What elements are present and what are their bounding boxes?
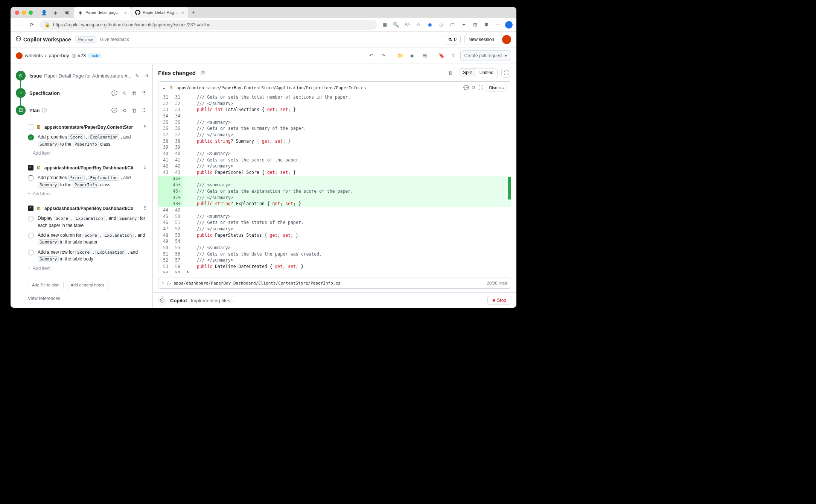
trash-icon[interactable]: 🗑 xyxy=(131,107,137,114)
font-icon[interactable]: Aᴬ xyxy=(403,21,411,29)
diff-line[interactable]: 54 59 } xyxy=(158,270,511,274)
diff-line[interactable]: 46+ /// Gets or sets the explanation for… xyxy=(158,188,511,195)
diff-file-path[interactable]: apps/dashboard/PaperBoy.Dashboard/Client… xyxy=(174,281,484,286)
diff-line[interactable]: 51 56 /// Gets or sets the date the pape… xyxy=(158,251,511,257)
comment-icon[interactable]: 💬 xyxy=(463,85,469,90)
diff-line[interactable]: 47+ /// </summary> xyxy=(158,195,511,201)
app-logo[interactable]: Copilot Workspace xyxy=(16,36,71,43)
diff-line[interactable]: 36 36 /// Gets or sets the summary of th… xyxy=(158,125,511,132)
diff-line[interactable]: 42 42 /// </summary> xyxy=(158,163,511,169)
plan-task[interactable]: Add properties Score , Explanation , and… xyxy=(28,173,147,190)
plan-file-header[interactable]: 🗎 apps/dashboard/PaperBoy.Dashboard/Co ⠿ xyxy=(28,203,147,213)
more-icon[interactable]: ⋯ xyxy=(494,21,501,29)
drag-handle-icon[interactable]: ⠿ xyxy=(143,206,147,211)
diff-line[interactable]: 49 54 xyxy=(158,238,511,245)
feedback-link[interactable]: Give feedback xyxy=(100,37,129,42)
diff-line[interactable]: 46 51 /// Gets or sets the status of the… xyxy=(158,219,511,226)
share-icon[interactable]: ⇪ xyxy=(450,52,457,59)
diff-line[interactable]: 48 53 public PaperStatus Status { get; s… xyxy=(158,232,511,239)
timeline-spec[interactable]: ≡ Specification 💬 ⟲ 🗑 ⠿ xyxy=(11,84,152,102)
puzzle-icon[interactable]: ✦ xyxy=(460,21,467,29)
diff-line[interactable]: 47 52 /// </summary> xyxy=(158,226,511,232)
bookmark-icon[interactable]: 🔖 xyxy=(438,52,445,59)
chevron-right-icon[interactable]: › xyxy=(162,280,164,286)
pencil-icon[interactable]: ✎ xyxy=(134,72,140,79)
sessions-button[interactable]: ⚗ 0 xyxy=(444,35,461,44)
diff-line[interactable]: 48+ public string? Explanation { get; se… xyxy=(158,201,511,207)
diff-line[interactable]: 45 50 /// <summary> xyxy=(158,213,511,220)
apps-icon[interactable]: ▦ xyxy=(381,21,388,29)
stop-button[interactable]: ■ Stop xyxy=(487,296,511,305)
file-checkbox[interactable] xyxy=(28,124,33,130)
timeline-issue[interactable]: ⊙ Issue Paper Detail Page for Administra… xyxy=(11,67,152,84)
view-references-link[interactable]: View references xyxy=(28,292,147,305)
file-checkbox[interactable] xyxy=(28,206,33,211)
browser-tab-active[interactable]: ◉ Paper detail page · Copilot W... × xyxy=(74,7,131,18)
plan-task[interactable]: Add a new column for Score , Explanation… xyxy=(28,230,147,247)
diff-line[interactable]: 37 37 /// </summary> xyxy=(158,132,511,138)
minimize-window-button[interactable] xyxy=(22,11,26,15)
repo-owner-link[interactable]: wmeints xyxy=(25,53,43,58)
url-field[interactable]: 🔒 https://copilot-workspace.githubnext.c… xyxy=(40,20,377,30)
extensions5-icon[interactable]: ❋ xyxy=(483,21,490,29)
extensions1-icon[interactable]: ◉ xyxy=(426,21,434,29)
redo-icon[interactable]: ↷ xyxy=(380,52,387,59)
terminal-icon[interactable]: ▶ xyxy=(409,52,416,59)
diff-line[interactable]: 43 43 public PaperScore? Score { get; se… xyxy=(158,169,511,176)
diff-line[interactable]: 44+ xyxy=(158,176,511,182)
sidebar-icon[interactable]: ▣ xyxy=(63,9,70,16)
plan-file-header[interactable]: 🗎 apps/contentstore/PaperBoy.ContentStor… xyxy=(28,122,147,132)
new-session-button[interactable]: New session xyxy=(464,35,498,44)
file-checkbox[interactable] xyxy=(28,165,33,171)
profile-icon[interactable]: 👤 xyxy=(40,9,48,16)
maximize-window-button[interactable] xyxy=(29,11,33,15)
tab-close-icon[interactable]: × xyxy=(124,10,127,15)
browser-tab[interactable]: Paper Detail Page for Adminis... × xyxy=(131,7,188,18)
profile-avatar-icon[interactable] xyxy=(505,21,513,29)
folder-icon[interactable]: 📁 xyxy=(397,52,404,59)
cube-icon[interactable]: ◈ xyxy=(52,9,59,16)
diff-line[interactable]: 35 35 /// <summary> xyxy=(158,119,511,126)
dismiss-button[interactable]: Dismiss xyxy=(486,84,507,91)
extensions3-icon[interactable]: ▢ xyxy=(449,21,456,29)
drag-handle-icon[interactable]: ⠿ xyxy=(143,165,147,171)
sync-icon[interactable]: ⟲ xyxy=(121,90,128,96)
user-avatar[interactable] xyxy=(502,35,511,44)
add-file-button[interactable]: Add file to plan xyxy=(28,281,64,289)
trash-icon[interactable]: 🗑 xyxy=(445,68,455,78)
expand-icon[interactable]: ⛶ xyxy=(501,68,511,78)
add-item-button[interactable]: +Add item xyxy=(28,264,147,273)
tab-close-icon[interactable]: × xyxy=(181,10,184,15)
back-button[interactable]: ← xyxy=(14,20,23,29)
timeline-plan[interactable]: ☑ Plan ⓘ 💬 ⟲ 🗑 ⠿ xyxy=(11,102,152,119)
create-pr-button[interactable]: Create pull request ▾ xyxy=(460,50,511,61)
add-item-button[interactable]: +Add item xyxy=(28,149,147,157)
drag-icon[interactable]: ⠿ xyxy=(140,90,147,96)
diff-line[interactable]: 45+ /// <summary> xyxy=(158,182,511,188)
drag-handle-icon[interactable]: ⠿ xyxy=(143,124,147,130)
drag-icon[interactable]: ⠿ xyxy=(143,72,150,79)
diff-line[interactable]: 38 38 public string? Summary { get; set;… xyxy=(158,138,511,145)
refresh-button[interactable]: ⟳ xyxy=(27,20,36,29)
diff-line[interactable]: 53 58 public DateTime DateCreated { get;… xyxy=(158,263,511,270)
add-notes-button[interactable]: Add general notes xyxy=(67,281,108,289)
diff-line[interactable]: 34 34 xyxy=(158,113,511,119)
issue-ref-link[interactable]: #23 xyxy=(78,53,86,58)
unified-view-button[interactable]: Unified xyxy=(476,69,497,77)
diff-line[interactable]: 33 33 public int TotalSections { get; se… xyxy=(158,107,511,113)
info-icon[interactable]: ⓘ xyxy=(42,107,47,114)
drag-icon[interactable]: ⠿ xyxy=(140,107,147,114)
extensions2-icon[interactable]: ◇ xyxy=(437,21,445,29)
sync-icon[interactable]: ⟲ xyxy=(121,107,128,114)
diff-line[interactable]: 44 49 xyxy=(158,207,511,213)
plan-task[interactable]: ✓Add properties Score , Explanation , an… xyxy=(28,132,147,149)
diff-file-path[interactable]: apps/contentstore/PaperBoy.ContentStore/… xyxy=(177,85,460,90)
comment-icon[interactable]: 💬 xyxy=(111,90,118,96)
chevron-down-icon[interactable]: ⌄ xyxy=(162,85,166,90)
codespaces-icon[interactable]: ▤ xyxy=(421,52,428,59)
diff-line[interactable]: 31 31 /// Gets or sets the total number … xyxy=(158,94,511,100)
star-icon[interactable]: ☆ xyxy=(415,21,422,29)
diff-line[interactable]: 40 40 /// <summary> xyxy=(158,151,511,157)
diff-line[interactable]: 39 39 xyxy=(158,144,511,151)
plan-file-header[interactable]: 🗎 apps/dashboard/PaperBoy.Dashboard/Cli … xyxy=(28,163,147,173)
